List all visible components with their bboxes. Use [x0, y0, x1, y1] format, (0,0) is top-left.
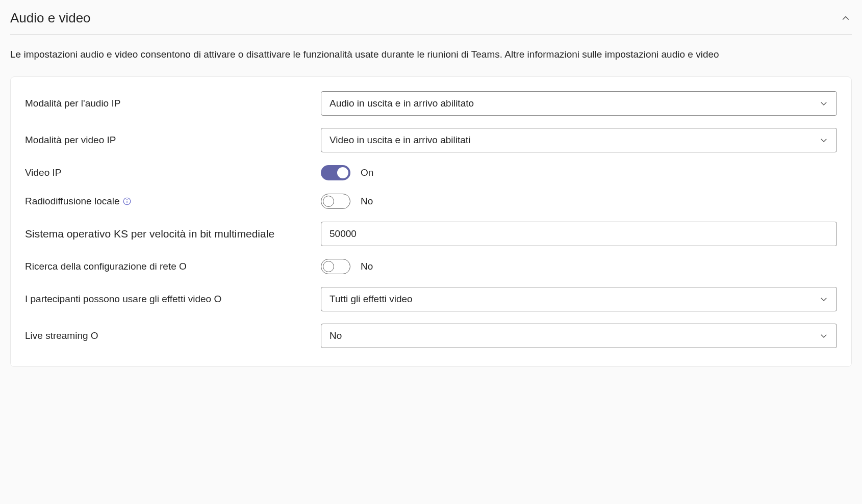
section-description: Le impostazioni audio e video consentono… — [10, 47, 724, 62]
section-title: Audio e video — [10, 10, 91, 26]
label-local-broadcast: Radiodiffusione locale — [25, 196, 321, 207]
row-local-broadcast: Radiodiffusione locale No — [25, 187, 837, 216]
row-ip-audio-mode: Modalità per l'audio IP Audio in uscita … — [25, 85, 837, 122]
dropdown-ip-audio-mode-value: Audio in uscita e in arrivo abilitato — [329, 98, 474, 109]
toggle-knob — [337, 167, 348, 178]
info-icon[interactable] — [122, 196, 132, 206]
row-media-bitrate: Sistema operativo KS per velocità in bit… — [25, 216, 837, 252]
section-header: Audio e video — [10, 10, 852, 35]
dropdown-ip-audio-mode[interactable]: Audio in uscita e in arrivo abilitato — [321, 91, 837, 116]
svg-point-2 — [126, 200, 127, 200]
toggle-ip-video[interactable] — [321, 165, 350, 180]
collapse-section-button[interactable] — [840, 12, 852, 24]
label-ip-video: Video IP — [25, 167, 321, 178]
row-video-effects: I partecipanti possono usare gli effetti… — [25, 281, 837, 317]
toggle-network-config-state: No — [361, 261, 373, 272]
dropdown-live-streaming-value: No — [329, 330, 342, 341]
label-live-streaming: Live streaming O — [25, 330, 321, 341]
chevron-down-icon — [819, 295, 828, 304]
row-network-config: Ricerca della configurazione di rete O N… — [25, 252, 837, 281]
dropdown-video-effects-value: Tutti gli effetti video — [329, 294, 413, 305]
label-ip-audio-mode: Modalità per l'audio IP — [25, 98, 321, 109]
dropdown-video-effects[interactable]: Tutti gli effetti video — [321, 287, 837, 311]
dropdown-ip-video-mode-value: Video in uscita e in arrivo abilitati — [329, 135, 470, 146]
chevron-down-icon — [819, 99, 828, 108]
toggle-local-broadcast[interactable] — [321, 194, 350, 209]
input-media-bitrate[interactable] — [321, 222, 837, 246]
toggle-knob — [323, 196, 334, 207]
settings-panel: Modalità per l'audio IP Audio in uscita … — [10, 76, 852, 367]
toggle-local-broadcast-state: No — [361, 196, 373, 207]
dropdown-ip-video-mode[interactable]: Video in uscita e in arrivo abilitati — [321, 128, 837, 152]
row-live-streaming: Live streaming O No — [25, 317, 837, 354]
row-ip-video: Video IP On — [25, 158, 837, 187]
toggle-network-config[interactable] — [321, 259, 350, 274]
label-media-bitrate: Sistema operativo KS per velocità in bit… — [25, 228, 321, 240]
toggle-knob — [323, 261, 334, 272]
label-video-effects: I partecipanti possono usare gli effetti… — [25, 294, 321, 305]
label-network-config: Ricerca della configurazione di rete O — [25, 261, 321, 272]
chevron-down-icon — [819, 331, 828, 340]
row-ip-video-mode: Modalità per video IP Video in uscita e … — [25, 122, 837, 158]
toggle-ip-video-state: On — [361, 167, 373, 178]
label-ip-video-mode: Modalità per video IP — [25, 135, 321, 146]
chevron-down-icon — [819, 136, 828, 145]
chevron-up-icon — [841, 13, 851, 23]
dropdown-live-streaming[interactable]: No — [321, 324, 837, 348]
